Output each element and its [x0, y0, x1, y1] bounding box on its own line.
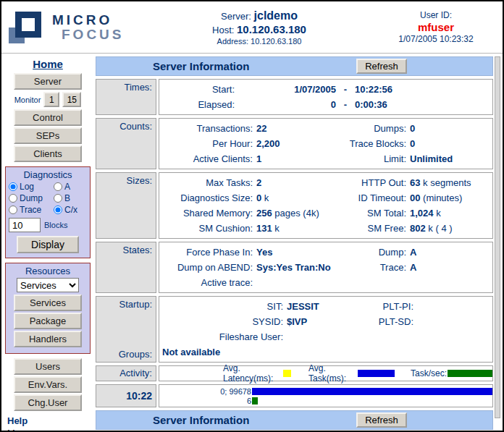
micro-focus-logo: MICRO FOCUS [1, 10, 139, 45]
force-phase-in-value: Yes [256, 245, 345, 260]
env-vars-button[interactable]: Env.Vars. [14, 376, 82, 393]
id-timeout-value: 00 [410, 192, 420, 203]
diagnostics-size-label: Diagnostics Size: [162, 190, 256, 206]
active-clients-value: 1 [256, 151, 345, 166]
dumps-value: 0 [410, 121, 490, 136]
per-hour-label: Per Hour: [162, 136, 256, 151]
resources-title: Resources [9, 266, 87, 276]
monitor-label: Monitor [14, 96, 41, 104]
times-row: Times: Start: 1/07/2005 - 10:22:56 Elaps… [96, 79, 493, 115]
diagnostics-panel: Diagnostics Log A Dump B Trace C/x Block… [5, 166, 91, 258]
resources-select[interactable]: Services [17, 278, 79, 292]
radio-a[interactable]: A [54, 182, 85, 192]
trace-blocks-value: 0 [410, 136, 490, 151]
max-tasks-value: 2 [256, 177, 261, 188]
control-button[interactable]: Control [14, 109, 82, 126]
trace-blocks-label: Trace Blocks: [345, 136, 410, 151]
services-button[interactable]: Services [14, 295, 82, 311]
refresh-button-top[interactable]: Refresh [356, 59, 407, 74]
radio-log[interactable]: Log [9, 182, 54, 192]
sizes-row: Sizes: Max Tasks: 2 HTTP Out: 63 k segme… [96, 172, 493, 239]
sm-total-value: 1,024 [410, 208, 434, 219]
resources-panel: Resources Services Services Package Hand… [5, 263, 91, 354]
sit-label: SIT: [162, 299, 287, 314]
activity-line2-value: 6 [159, 397, 252, 405]
address-value: 10.120.63.180 [251, 37, 301, 46]
blocks-label: Blocks [44, 221, 67, 229]
plt-sd-value [417, 314, 490, 329]
shared-memory-value: 256 [256, 208, 272, 219]
activity-sample-time: 10:22 [96, 384, 156, 407]
sysid-label: SYSID: [162, 314, 287, 329]
user-id-label: User ID: [379, 10, 492, 20]
radio-trace[interactable]: Trace [9, 205, 54, 215]
avg-task-label: Avg. Task(ms): [308, 363, 357, 384]
plt-pi-label: PLT-PI: [372, 299, 417, 314]
states-row: States: Force Phase In: Yes Dump: A Dump… [96, 242, 493, 293]
activity-row-label: Activity: [96, 365, 156, 381]
monitor-1-button[interactable]: 1 [43, 92, 59, 107]
radio-a-input[interactable] [54, 182, 62, 191]
http-out-value: 63 [410, 177, 420, 188]
groups-value: Not available [162, 344, 490, 360]
latency-swatch-icon [283, 370, 291, 377]
header-datetime: 1/07/2005 10:23:32 [379, 34, 492, 44]
refresh-button-bottom[interactable]: Refresh [356, 412, 407, 428]
force-phase-in-label: Force Phase In: [162, 245, 256, 260]
monitor-15-button[interactable]: 15 [62, 92, 81, 107]
display-button[interactable]: Display [17, 236, 79, 253]
handlers-button[interactable]: Handlers [14, 331, 82, 347]
trace-state-value: A [410, 260, 490, 275]
elapsed-label: Elapsed: [162, 97, 235, 112]
radio-b-input[interactable] [54, 194, 62, 203]
active-trace-label: Active trace: [162, 275, 256, 290]
trace-state-label: Trace: [345, 260, 410, 275]
radio-cx-input[interactable] [54, 206, 62, 214]
fileshare-user-label: Fileshare User: [162, 329, 287, 344]
http-out-label: HTTP Out: [345, 175, 410, 190]
radio-trace-input[interactable] [9, 206, 17, 214]
active-trace-value [256, 275, 345, 290]
server-name: jcldemo [254, 9, 298, 22]
active-clients-label: Active Clients: [162, 151, 256, 166]
elapsed-days: 0 [235, 97, 336, 112]
dump-on-abend-value: Sys:Yes Tran:No [256, 260, 345, 275]
task-sec-label: Task/sec: [411, 368, 447, 378]
id-timeout-label: ID Timeout: [345, 190, 410, 206]
startup-row: Startup: Groups: SIT: JESSIT PLT-PI: SYS… [96, 296, 493, 363]
menu-link[interactable]: Menu [7, 428, 31, 432]
page: MICRO FOCUS Server: jcldemo Host: 10.120… [0, 0, 504, 432]
max-tasks-label: Max Tasks: [162, 175, 256, 190]
logo-text-micro: MICRO [52, 13, 125, 27]
micro-focus-logo-icon [9, 10, 46, 45]
radio-b[interactable]: B [54, 193, 85, 203]
transactions-value: 22 [256, 121, 345, 136]
startup-row-label: Startup: [96, 299, 152, 310]
server-info-block: Server: jcldemo Host: 10.120.63.180 Addr… [139, 9, 379, 46]
sm-free-label: SM Free: [345, 221, 410, 236]
clients-button[interactable]: Clients [14, 145, 82, 162]
section-title-bottom: Server Information [153, 414, 249, 426]
radio-dump-input[interactable] [9, 194, 17, 203]
fileshare-user-value [287, 329, 372, 344]
seps-button[interactable]: SEPs [14, 127, 82, 144]
radio-log-input[interactable] [9, 182, 17, 191]
sysid-value: $IVP [287, 314, 372, 329]
sm-cushion-label: SM Cushion: [162, 221, 256, 236]
dump-state-value: A [410, 245, 490, 260]
start-time: 10:22:56 [355, 82, 490, 97]
elapsed-time: 0:00:36 [355, 97, 490, 112]
package-button[interactable]: Package [14, 313, 82, 329]
sidebar: Home Server Monitor 1 15 Control SEPs Cl… [1, 54, 94, 430]
home-link[interactable]: Home [1, 58, 94, 70]
logo-text-focus: FOCUS [62, 27, 125, 41]
sit-value: JESSIT [287, 299, 372, 314]
blocks-input[interactable] [9, 218, 41, 232]
dumps-label: Dumps: [345, 121, 410, 136]
chg-user-button[interactable]: Chg.User [14, 394, 82, 411]
radio-cx[interactable]: C/x [54, 205, 85, 215]
users-button[interactable]: Users [14, 358, 82, 375]
server-button[interactable]: Server [14, 73, 82, 90]
activity-line1-value: 0; 99678 [159, 387, 252, 396]
radio-dump[interactable]: Dump [9, 193, 54, 203]
